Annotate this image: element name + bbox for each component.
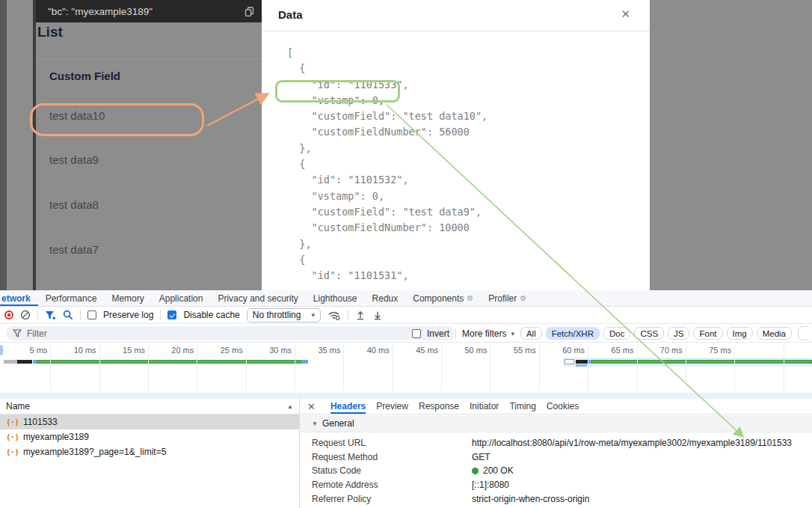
more-filters-label: More filters <box>462 328 506 339</box>
filter-pill-font[interactable]: Font <box>693 327 722 340</box>
tab-etwork[interactable]: etwork <box>0 290 38 306</box>
preserve-log-label[interactable]: Preserve log <box>103 310 153 320</box>
disable-cache-checkbox[interactable] <box>167 310 176 319</box>
list-item[interactable]: test data7 <box>49 243 99 256</box>
general-section-label: General <box>322 418 354 429</box>
json-file-icon: (·) <box>6 417 19 427</box>
detail-value-text: 200 OK <box>483 465 514 476</box>
waterfall-bar-stalled <box>17 360 32 364</box>
record-icon[interactable] <box>4 310 13 319</box>
timeline-handle[interactable] <box>0 345 3 355</box>
network-waterfall-overview[interactable]: 5 ms10 ms15 ms20 ms25 ms30 ms35 ms40 ms4… <box>0 343 812 399</box>
status-ok-dot <box>472 468 479 474</box>
gear-icon: ⚙ <box>520 294 526 302</box>
header-detail-row: Status Code200 OK <box>312 464 805 478</box>
preserve-log-checkbox[interactable] <box>87 310 96 319</box>
details-tab-cookies[interactable]: Cookies <box>547 399 579 414</box>
request-row[interactable]: (·)1101533 <box>0 414 299 429</box>
detail-value: 200 OK <box>472 465 514 476</box>
timeline-gridline <box>295 344 295 391</box>
request-row[interactable]: (·)myexample3189?_page=1&_limit=5 <box>0 444 299 459</box>
filter-pill-media[interactable]: Media <box>757 327 792 340</box>
modal-header-divider <box>262 31 650 31</box>
request-name: myexample3189?_page=1&_limit=5 <box>23 447 166 457</box>
filter-pill-doc[interactable]: Doc <box>603 327 630 340</box>
header-detail-row: Request MethodGET <box>312 450 805 465</box>
tab-redux[interactable]: Redux <box>365 290 406 306</box>
detail-value: strict-origin-when-cross-origin <box>472 494 589 504</box>
details-tab-preview[interactable]: Preview <box>376 399 408 414</box>
tab-performance[interactable]: Performance <box>38 290 105 306</box>
request-name: myexample3189 <box>23 432 89 442</box>
tab-label: Application <box>159 293 203 304</box>
detail-value-text: [::1]:8080 <box>472 480 509 490</box>
sort-ascending-icon: ▲ <box>287 403 293 410</box>
import-har-icon[interactable] <box>355 310 366 320</box>
timeline-gridline <box>148 344 149 391</box>
timeline-tick-label: 70 ms <box>641 346 683 355</box>
tab-label: Components <box>413 293 464 304</box>
funnel-icon <box>13 329 22 337</box>
list-item[interactable]: test data8 <box>49 198 99 211</box>
filter-pill-partial[interactable] <box>798 326 809 340</box>
tab-lighthouse[interactable]: Lighthouse <box>306 290 365 306</box>
filter-placeholder: Filter <box>27 328 47 339</box>
details-tab-headers[interactable]: Headers <box>330 399 366 414</box>
details-tab-timing[interactable]: Timing <box>509 399 536 414</box>
timeline-tick-label: 75 ms <box>689 346 731 355</box>
orange-arrow <box>207 94 267 126</box>
export-har-icon[interactable] <box>372 310 383 320</box>
timeline-gridline <box>246 344 247 391</box>
timeline-gridline <box>784 344 784 391</box>
tab-application[interactable]: Application <box>152 290 211 306</box>
request-row[interactable]: (·)myexample3189 <box>0 429 299 444</box>
copy-icon[interactable] <box>244 7 254 16</box>
filter-pill-css[interactable]: CSS <box>634 327 664 340</box>
waterfall-bar-content <box>37 360 301 364</box>
filter-pill-js[interactable]: JS <box>668 327 689 340</box>
list-item[interactable]: test data9 <box>49 153 99 166</box>
tab-profiler[interactable]: Profiler⚙ <box>481 290 534 306</box>
request-details-tabbar: ✕ HeadersPreviewResponseInitiatorTimingC… <box>300 399 812 414</box>
throttling-select[interactable]: No throttling ▾ <box>247 308 321 322</box>
detail-value-text: strict-origin-when-cross-origin <box>472 494 589 504</box>
details-tab-response[interactable]: Response <box>419 399 459 414</box>
timeline-gridline <box>441 344 442 391</box>
left-divider-line <box>33 0 36 290</box>
timeline-tick-label: 5 ms <box>5 346 47 355</box>
waterfall-bar-tail <box>301 360 308 364</box>
filter-pill-img[interactable]: Img <box>727 327 753 340</box>
timeline-tick-label: 60 ms <box>543 346 585 355</box>
timeline-gridline <box>393 344 393 391</box>
tab-components[interactable]: Components⚙ <box>405 290 481 306</box>
close-icon[interactable]: ✕ <box>621 7 630 21</box>
details-tab-initiator[interactable]: Initiator <box>470 399 499 414</box>
search-icon[interactable] <box>63 310 73 320</box>
timeline-tick-label: 50 ms <box>445 346 487 355</box>
tab-memory[interactable]: Memory <box>104 290 151 306</box>
filter-input[interactable]: Filter <box>6 326 455 340</box>
waterfall-bar2-sub <box>576 364 587 367</box>
general-section-header[interactable]: ▼ General <box>300 415 812 432</box>
tab-label: etwork <box>1 293 31 304</box>
detail-value: [::1]:8080 <box>472 480 509 490</box>
header-detail-row: Referrer Policystrict-origin-when-cross-… <box>312 492 805 506</box>
timeline-tick-label: 65 ms <box>592 346 634 355</box>
close-details-icon[interactable]: ✕ <box>307 399 316 414</box>
filter-icon[interactable] <box>45 310 56 320</box>
clear-icon[interactable] <box>20 310 31 320</box>
network-conditions-icon[interactable] <box>327 310 341 320</box>
devtools-panel: etworkPerformanceMemoryApplicationPrivac… <box>0 290 812 508</box>
timeline-tick-label: 55 ms <box>494 346 536 355</box>
name-column-header[interactable]: Name ▲ <box>0 399 299 414</box>
tab-privacy-and-security[interactable]: Privacy and security <box>210 290 305 306</box>
invert-label[interactable]: Invert <box>427 328 449 339</box>
timeline-gridline <box>343 344 344 391</box>
detail-value: http://localhost:8080/api/v1/row-meta/my… <box>472 438 792 448</box>
data-modal: Data ✕ [ { "id": "1101533", "vstamp": 0,… <box>262 0 650 290</box>
disable-cache-label[interactable]: Disable cache <box>183 310 239 320</box>
filter-pill-all[interactable]: All <box>520 327 542 340</box>
invert-checkbox[interactable] <box>412 329 421 338</box>
more-filters-button[interactable]: More filters ▾ <box>462 328 514 339</box>
filter-pill-fetch-xhr[interactable]: Fetch/XHR <box>546 327 600 340</box>
